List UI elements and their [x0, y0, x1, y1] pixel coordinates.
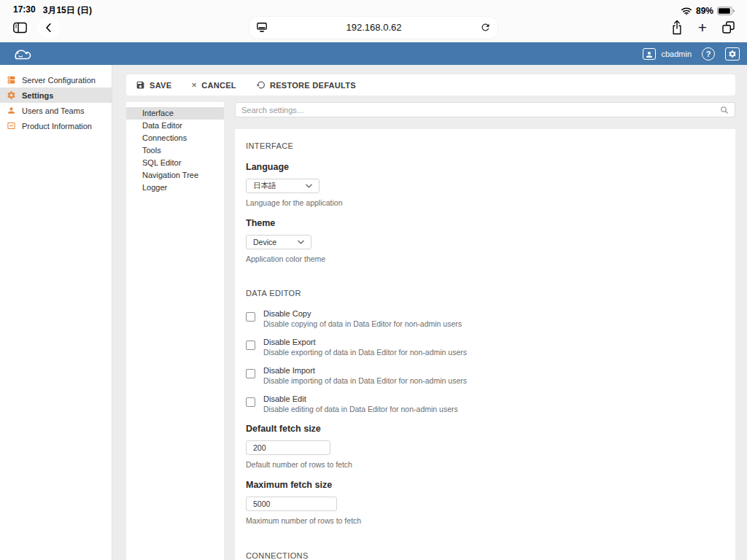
settings-tab-logger[interactable]: Logger — [126, 182, 224, 194]
user-menu[interactable]: cbadmin — [643, 48, 692, 60]
save-button[interactable]: SAVE — [136, 80, 171, 90]
language-label: Language — [246, 162, 724, 172]
sidebar-item-server-configuration[interactable]: Server Configuration — [0, 72, 112, 88]
sidebar-item-label: Server Configuration — [22, 76, 96, 85]
help-button[interactable]: ? — [702, 47, 715, 61]
sidebar-item-settings[interactable]: Settings — [0, 88, 112, 103]
user-icon — [7, 106, 16, 115]
disable-import-row: Disable Import Disable importing of data… — [246, 366, 724, 385]
share-icon[interactable] — [670, 20, 684, 35]
app-sidebar: Server Configuration Settings Users and … — [0, 65, 112, 560]
server-icon — [7, 75, 16, 85]
chevron-down-icon — [306, 184, 312, 188]
max-fetch-size-description: Maximum number of rows to fetch — [246, 516, 724, 525]
theme-select[interactable]: Device — [246, 235, 311, 249]
language-select[interactable]: 日本語 — [246, 179, 320, 193]
settings-tab-navigation-tree[interactable]: Navigation Tree — [126, 169, 224, 182]
reload-icon[interactable] — [480, 22, 491, 33]
section-title-data-editor: DATA EDITOR — [246, 289, 724, 298]
url-text: 192.168.0.62 — [268, 22, 480, 33]
app-header: cbadmin ? — [0, 42, 747, 65]
ios-chrome: 17:30 3月15日 (日) 89% — [0, 0, 747, 42]
max-fetch-size-label: Maximum fetch size — [246, 480, 724, 490]
settings-tab-connections[interactable]: Connections — [126, 132, 224, 144]
back-button[interactable] — [38, 17, 60, 39]
wifi-icon — [681, 7, 692, 15]
safari-toolbar: 192.168.0.62 + — [0, 17, 747, 42]
disable-copy-row: Disable Copy Disable copying of data in … — [246, 309, 724, 328]
sidebar-item-users-and-teams[interactable]: Users and Teams — [0, 103, 112, 118]
disable-copy-checkbox[interactable] — [246, 312, 255, 322]
theme-label: Theme — [246, 218, 724, 228]
disable-edit-row: Disable Edit Disable editing of data in … — [246, 394, 724, 413]
status-bar: 17:30 3月15日 (日) 89% — [0, 0, 747, 17]
default-fetch-size-input[interactable] — [246, 440, 330, 455]
section-title-connections: CONNECTIONS — [246, 551, 724, 560]
default-fetch-size-description: Default number of rows to fetch — [246, 460, 724, 469]
sidebar-item-label: Settings — [22, 91, 53, 100]
search-input[interactable] — [241, 106, 720, 114]
new-tab-icon[interactable]: + — [698, 20, 707, 35]
language-description: Language for the application — [246, 198, 724, 207]
cancel-button[interactable]: × CANCEL — [191, 80, 236, 90]
close-icon: × — [191, 80, 197, 90]
settings-tab-data-editor[interactable]: Data Editor — [126, 120, 224, 132]
settings-form: INTERFACE Language 日本語 Language for the … — [235, 129, 735, 560]
restore-icon — [256, 80, 266, 90]
cloudbeaver-logo — [9, 44, 34, 63]
save-icon — [136, 80, 145, 90]
settings-search — [235, 102, 735, 117]
disable-export-checkbox[interactable] — [246, 341, 255, 350]
question-mark-icon: ? — [706, 50, 711, 58]
settings-nav: Interface Data Editor Connections Tools … — [126, 102, 224, 560]
default-fetch-size-label: Default fetch size — [246, 424, 724, 434]
section-title-interface: INTERFACE — [246, 141, 724, 150]
disable-import-checkbox[interactable] — [246, 369, 255, 378]
settings-button[interactable] — [725, 47, 740, 61]
battery-percent: 89% — [696, 6, 713, 16]
tabs-icon[interactable] — [721, 20, 735, 34]
sidebar-item-product-information[interactable]: Product Information — [0, 118, 112, 133]
page-settings-icon[interactable] — [256, 22, 268, 33]
disable-edit-checkbox[interactable] — [246, 397, 255, 407]
gear-icon — [728, 50, 737, 58]
max-fetch-size-input[interactable] — [246, 497, 337, 511]
settings-tab-tools[interactable]: Tools — [126, 144, 224, 157]
sidebar-toggle-button[interactable] — [9, 17, 31, 39]
disable-export-row: Disable Export Disable exporting of data… — [246, 338, 724, 357]
chevron-down-icon — [298, 240, 304, 244]
info-icon — [7, 121, 16, 131]
action-toolbar: SAVE × CANCEL RESTORE DEFAULTS — [126, 74, 735, 96]
clock: 17:30 — [13, 4, 36, 17]
search-icon — [720, 106, 729, 114]
user-avatar-icon — [643, 48, 656, 60]
settings-tab-interface[interactable]: Interface — [126, 107, 224, 120]
restore-defaults-button[interactable]: RESTORE DEFAULTS — [256, 80, 356, 90]
gear-icon — [7, 90, 16, 100]
settings-tab-sql-editor[interactable]: SQL Editor — [126, 157, 224, 169]
username: cbadmin — [661, 50, 692, 58]
battery-icon — [717, 7, 735, 15]
screen: 17:30 3月15日 (日) 89% — [0, 0, 747, 560]
sidebar-item-label: Users and Teams — [22, 106, 84, 115]
date: 3月15日 (日) — [43, 4, 92, 17]
address-bar[interactable]: 192.168.0.62 — [249, 17, 498, 39]
sidebar-item-label: Product Information — [22, 122, 92, 131]
theme-description: Application color theme — [246, 254, 724, 263]
